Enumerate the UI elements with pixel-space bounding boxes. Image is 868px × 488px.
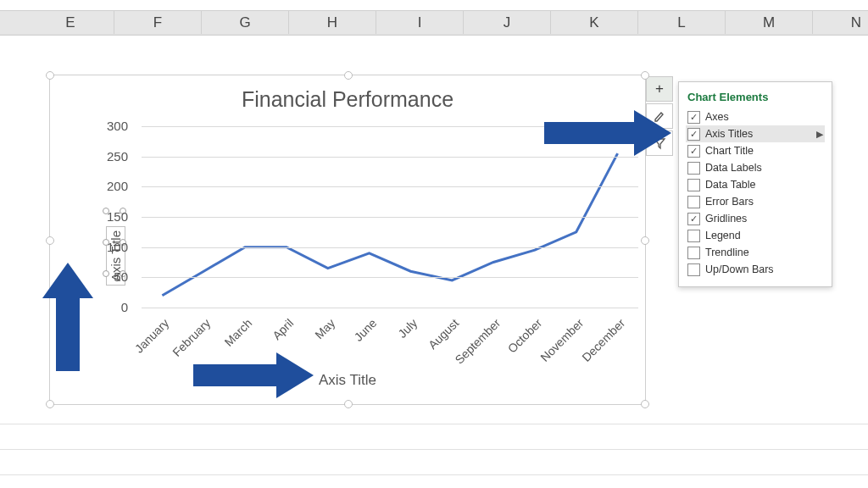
checkbox[interactable]: ✓ bbox=[687, 128, 700, 141]
selection-handle[interactable] bbox=[344, 71, 353, 80]
selection-handle[interactable] bbox=[46, 400, 54, 408]
checkbox[interactable]: ✓ bbox=[687, 111, 700, 124]
checkbox[interactable] bbox=[687, 179, 700, 191]
chart-element-option[interactable]: ✓Chart Title bbox=[686, 142, 825, 159]
chart-element-option[interactable]: Data Labels bbox=[686, 159, 825, 176]
column-header-cell[interactable]: E bbox=[27, 11, 114, 35]
selection-handle[interactable] bbox=[641, 400, 649, 408]
column-header-cell[interactable]: H bbox=[289, 11, 376, 35]
checkbox[interactable]: ✓ bbox=[687, 213, 700, 225]
column-header-cell[interactable]: L bbox=[638, 11, 726, 35]
column-header-cell[interactable]: I bbox=[376, 11, 464, 35]
chart-element-option[interactable]: ✓Axes bbox=[686, 108, 825, 125]
column-header-cell[interactable]: K bbox=[551, 11, 638, 35]
selection-handle[interactable] bbox=[641, 236, 649, 245]
annotation-arrow-up bbox=[42, 263, 93, 373]
y-tick-label: 250 bbox=[94, 149, 128, 164]
column-header-cell[interactable]: M bbox=[726, 11, 813, 35]
selection-handle[interactable] bbox=[46, 236, 54, 245]
option-label: Trendline bbox=[705, 247, 749, 258]
y-tick-label: 0 bbox=[94, 300, 128, 314]
chart-element-option[interactable]: Data Table bbox=[686, 176, 825, 193]
y-tick-label: 50 bbox=[94, 269, 128, 284]
x-axis-title[interactable]: Axis Title bbox=[50, 372, 645, 389]
chevron-right-icon[interactable]: ▶ bbox=[816, 129, 823, 140]
annotation-arrow-right bbox=[544, 110, 678, 156]
option-label: Error Bars bbox=[705, 196, 754, 208]
option-label: Data Labels bbox=[705, 162, 762, 174]
chart-element-option[interactable]: ✓Gridlines bbox=[686, 210, 825, 227]
checkbox[interactable]: ✓ bbox=[687, 145, 700, 158]
chart-element-option[interactable]: Up/Down Bars bbox=[686, 261, 825, 278]
y-tick-label: 150 bbox=[94, 209, 128, 224]
y-tick-label: 300 bbox=[94, 119, 128, 133]
selection-handle[interactable] bbox=[344, 400, 353, 408]
gridline bbox=[142, 277, 638, 278]
checkbox[interactable] bbox=[687, 263, 700, 276]
checkbox[interactable] bbox=[687, 196, 700, 208]
chart-elements-flyout[interactable]: Chart Elements ✓Axes✓Axis Titles▶✓Chart … bbox=[678, 81, 832, 287]
grid-row bbox=[0, 449, 868, 450]
gridline bbox=[142, 217, 638, 218]
checkbox[interactable] bbox=[687, 247, 700, 259]
column-header-cell[interactable]: N bbox=[813, 11, 868, 35]
y-tick-label: 200 bbox=[94, 179, 128, 193]
checkbox[interactable] bbox=[687, 162, 700, 175]
gridline bbox=[142, 247, 638, 248]
chart-title[interactable]: Financial Performance bbox=[50, 87, 645, 112]
option-label: Legend bbox=[705, 230, 741, 241]
grid-row bbox=[0, 424, 868, 424]
annotation-arrow-right bbox=[193, 352, 320, 398]
column-header-cell[interactable]: F bbox=[114, 11, 202, 35]
checkbox[interactable] bbox=[687, 230, 700, 242]
option-label: Data Table bbox=[705, 179, 756, 191]
gridline bbox=[142, 308, 638, 308]
option-label: Gridlines bbox=[705, 213, 747, 225]
y-tick-label: 100 bbox=[94, 240, 128, 254]
selection-handle[interactable] bbox=[46, 71, 54, 80]
column-header-cell[interactable]: G bbox=[202, 11, 289, 35]
column-header-cell[interactable]: J bbox=[464, 11, 551, 35]
grid-row bbox=[0, 34, 868, 35]
chart-elements-button[interactable]: + bbox=[646, 76, 673, 102]
option-label: Axes bbox=[705, 111, 729, 123]
option-label: Up/Down Bars bbox=[705, 263, 774, 275]
grid-row bbox=[0, 474, 868, 475]
gridline bbox=[142, 157, 638, 158]
option-label: Axis Titles bbox=[705, 128, 753, 140]
gridline bbox=[142, 186, 638, 187]
chart-element-option[interactable]: Trendline bbox=[686, 244, 825, 261]
chart-element-option[interactable]: ✓Axis Titles▶ bbox=[686, 125, 825, 142]
selection-handle[interactable] bbox=[641, 71, 649, 80]
chart-element-option[interactable]: Error Bars bbox=[686, 193, 825, 210]
plus-icon: + bbox=[655, 80, 664, 97]
column-header-row: EFGHIJKLMN bbox=[0, 10, 868, 36]
option-label: Chart Title bbox=[705, 145, 754, 157]
chart-element-option[interactable]: Legend bbox=[686, 227, 825, 244]
flyout-heading: Chart Elements bbox=[686, 89, 825, 108]
